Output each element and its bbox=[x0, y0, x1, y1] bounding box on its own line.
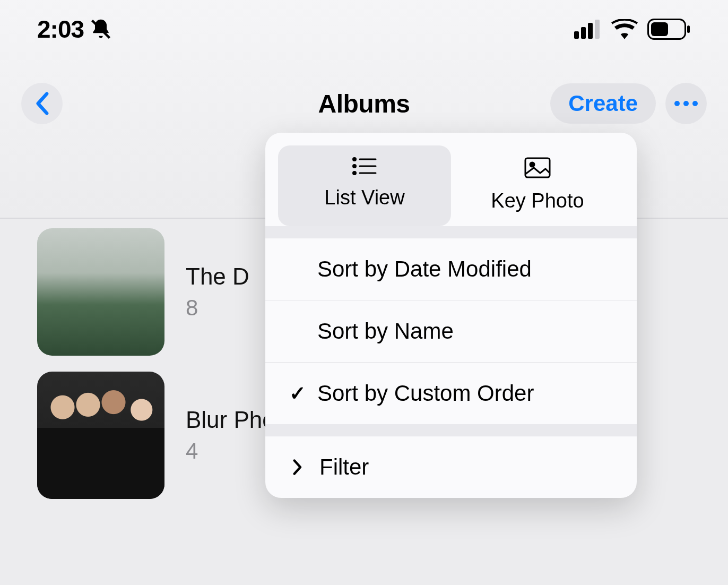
menu-list-view-label: List View bbox=[324, 186, 404, 209]
menu-filter-label: Filter bbox=[319, 454, 614, 480]
album-count: 8 bbox=[186, 295, 249, 321]
menu-key-photo[interactable]: Key Photo bbox=[451, 145, 624, 226]
list-icon bbox=[352, 157, 377, 180]
menu-sort-name[interactable]: Sort by Name bbox=[265, 300, 637, 362]
more-icon bbox=[674, 100, 698, 107]
svg-rect-6 bbox=[651, 22, 668, 36]
menu-sort-custom-label: Sort by Custom Order bbox=[317, 381, 614, 406]
cellular-icon bbox=[574, 20, 602, 39]
menu-sort-name-label: Sort by Name bbox=[317, 319, 614, 344]
menu-sort-date[interactable]: Sort by Date Modified bbox=[265, 238, 637, 300]
svg-point-15 bbox=[353, 172, 356, 175]
album-thumbnail bbox=[37, 228, 164, 356]
status-time: 2:03 bbox=[37, 15, 84, 44]
svg-rect-7 bbox=[687, 25, 690, 33]
album-thumbnail bbox=[37, 372, 164, 499]
bell-silent-icon bbox=[89, 18, 112, 41]
menu-key-photo-label: Key Photo bbox=[491, 190, 584, 212]
menu-list-view[interactable]: List View bbox=[278, 145, 451, 226]
svg-point-11 bbox=[353, 158, 356, 161]
chevron-left-icon bbox=[34, 92, 50, 115]
options-menu: List View Key Photo Sort by Date Modifie… bbox=[265, 133, 637, 498]
svg-rect-4 bbox=[595, 20, 600, 39]
album-title: Blur Pho bbox=[186, 407, 275, 433]
create-button[interactable]: Create bbox=[550, 83, 656, 124]
menu-sort-custom[interactable]: ✓ Sort by Custom Order bbox=[265, 362, 637, 424]
svg-point-13 bbox=[353, 165, 356, 168]
nav-bar: Albums Create bbox=[0, 80, 728, 127]
status-left: 2:03 bbox=[37, 15, 112, 44]
svg-rect-3 bbox=[588, 23, 593, 39]
album-count: 4 bbox=[186, 438, 275, 464]
menu-filter[interactable]: Filter bbox=[265, 436, 637, 498]
battery-icon bbox=[647, 19, 691, 40]
status-bar: 2:03 bbox=[0, 0, 728, 58]
svg-rect-17 bbox=[525, 158, 550, 177]
svg-point-18 bbox=[530, 162, 534, 167]
wifi-icon bbox=[611, 19, 638, 39]
photo-icon bbox=[524, 157, 551, 183]
svg-point-10 bbox=[692, 101, 698, 106]
album-title: The D bbox=[186, 263, 249, 290]
menu-sort-date-label: Sort by Date Modified bbox=[317, 256, 614, 282]
checkmark-icon: ✓ bbox=[288, 382, 308, 405]
nav-actions: Create bbox=[550, 83, 707, 124]
svg-point-8 bbox=[674, 101, 680, 106]
svg-rect-1 bbox=[574, 31, 579, 39]
svg-point-9 bbox=[683, 101, 689, 106]
svg-rect-2 bbox=[581, 27, 586, 39]
page-title: Albums bbox=[318, 89, 410, 118]
status-right bbox=[574, 19, 691, 40]
back-button[interactable] bbox=[21, 83, 63, 124]
chevron-right-icon bbox=[288, 459, 308, 475]
more-button[interactable] bbox=[665, 83, 707, 124]
